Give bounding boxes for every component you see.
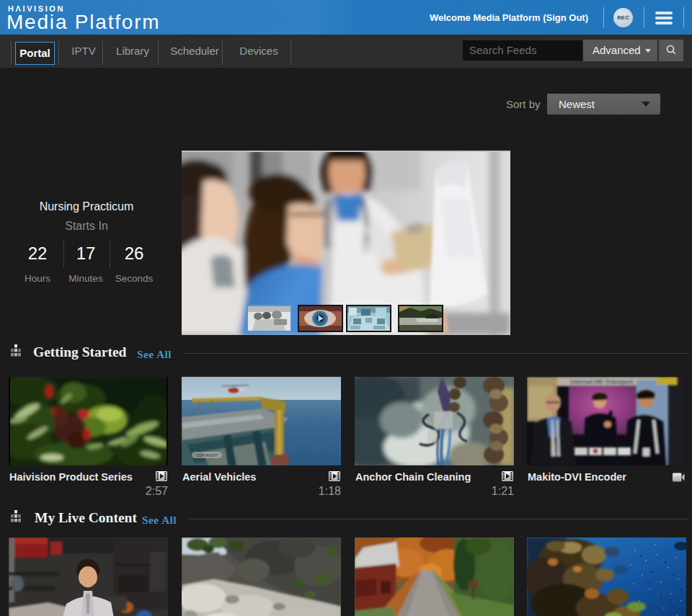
svg-text:COPYRIGHT: COPYRIGHT	[196, 453, 218, 457]
svg-text:Internet HD Transport: Internet HD Transport	[570, 378, 634, 385]
